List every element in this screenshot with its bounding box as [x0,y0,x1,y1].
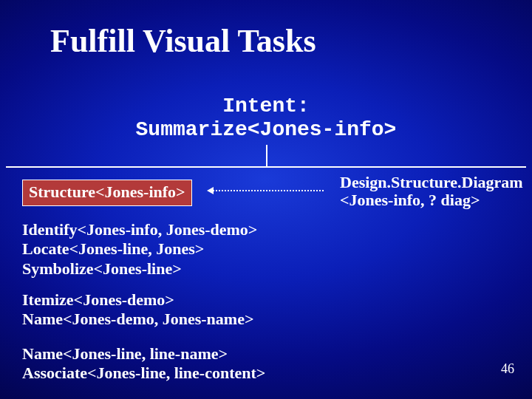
task-identify: Identify<Jones-info, Jones-demo> [22,220,257,239]
dotted-arrow [213,190,324,193]
task-associate: Associate<Jones-line, line-content> [22,364,265,383]
task-group-3: Name<Jones-line, line-name> Associate<Jo… [22,344,265,383]
slide: Fulfill Visual Tasks Intent: Summarize<J… [0,0,532,399]
page-number: 46 [501,361,514,377]
slide-title: Fulfill Visual Tasks [50,22,316,60]
task-name-line: Name<Jones-line, line-name> [22,344,265,364]
structure-node: Structure<Jones-info> [22,180,192,206]
intent-block: Intent: Summarize<Jones-info> [0,95,532,142]
intent-value: Summarize<Jones-info> [0,118,532,142]
task-group-1: Identify<Jones-info, Jones-demo> Locate<… [22,220,257,279]
task-locate: Locate<Jones-line, Jones> [22,239,257,259]
connector-vertical [266,145,267,167]
design-node: Design.Structure.Diagram <Jones-info, ? … [340,174,523,209]
task-symbolize: Symbolize<Jones-line> [22,259,257,279]
divider-horizontal [6,166,526,168]
design-line2: <Jones-info, ? diag> [340,191,523,209]
task-name-demo: Name<Jones-demo, Jones-name> [22,310,253,329]
intent-label: Intent: [0,95,532,118]
task-itemize: Itemize<Jones-demo> [22,290,253,310]
design-line1: Design.Structure.Diagram [340,174,523,191]
task-group-2: Itemize<Jones-demo> Name<Jones-demo, Jon… [22,290,253,330]
